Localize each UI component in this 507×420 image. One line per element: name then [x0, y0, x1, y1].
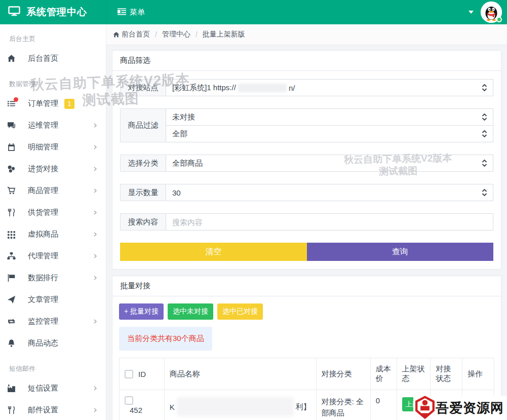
- sitemap-icon: [7, 252, 16, 260]
- sync-icon: [7, 317, 16, 326]
- sidebar-item[interactable]: 虚拟商品: [0, 223, 106, 245]
- sidebar-item-label: 代理管理: [28, 251, 58, 261]
- sidebar-item[interactable]: 订单管理1: [0, 93, 106, 114]
- breadcrumb-item[interactable]: 管理中心: [162, 30, 190, 39]
- select-all-checkbox[interactable]: [125, 370, 133, 378]
- search-label: 搜索内容: [120, 213, 166, 231]
- sidebar-item-label: 虚拟商品: [28, 230, 58, 239]
- logo-emblem-icon: [414, 396, 436, 420]
- paper-plane-icon: [7, 295, 16, 304]
- category-select[interactable]: 全部商品: [166, 155, 493, 172]
- breadcrumb-label: 前台首页: [122, 30, 150, 39]
- select-unlinked-button[interactable]: 选中未对接: [168, 303, 213, 320]
- user-avatar[interactable]: [481, 2, 502, 23]
- sidebar-item[interactable]: 商品管理: [0, 180, 106, 202]
- sidebar-item[interactable]: 文章管理: [0, 289, 106, 311]
- sidebar-item-label: 邮件设置: [28, 405, 58, 415]
- sidebar-item[interactable]: 供货管理: [0, 202, 106, 223]
- home-icon: [7, 54, 16, 63]
- sidebar-item[interactable]: 短信设置: [0, 377, 106, 399]
- sidebar-item[interactable]: 邮件设置: [0, 399, 106, 420]
- sidebar-item[interactable]: 后台首页: [0, 48, 106, 69]
- sidebar-section-label: 数据管理: [0, 69, 106, 93]
- sidebar-item-label: 商品动态: [28, 338, 58, 348]
- site-label: 对接站点: [120, 79, 166, 96]
- breadcrumb-label: 批量上架新版: [203, 30, 245, 39]
- utensils-icon: [7, 208, 16, 217]
- content: 商品筛选 对接站点 [彩虹系统]1 https://n/ 商品过滤 未对接: [106, 45, 507, 420]
- utensils-icon: [7, 406, 16, 414]
- online-status-dot: [496, 17, 502, 22]
- chevron-right-icon: [93, 145, 98, 149]
- breadcrumb-separator: /: [196, 30, 198, 39]
- batch-buttons: + 批量对接选中未对接选中已对接: [119, 303, 494, 320]
- sidebar-item[interactable]: 明细管理: [0, 136, 106, 158]
- chevron-right-icon: [93, 210, 98, 215]
- table-header-6: 操作: [462, 358, 494, 390]
- filter-select-1[interactable]: 未对接: [166, 108, 493, 126]
- chevron-right-icon: [93, 232, 98, 237]
- sidebar-item[interactable]: 代理管理: [0, 245, 106, 267]
- count-label: 显示数量: [120, 184, 166, 201]
- menu-icon: [118, 8, 126, 17]
- sidebar-nav: 后台主页后台首页数据管理订单管理1运维管理明细管理进货对接商品管理供货管理虚拟商…: [0, 24, 106, 420]
- table-header-4: 上架状态: [397, 358, 431, 390]
- sidebar-item[interactable]: 商品动态: [0, 332, 106, 354]
- select-caret-icon: [482, 84, 487, 92]
- search-input[interactable]: [166, 213, 493, 231]
- row-id: 452: [130, 406, 159, 414]
- comments-icon: [7, 121, 16, 130]
- flag-icon: [7, 274, 16, 282]
- count-select[interactable]: 30: [166, 184, 493, 201]
- category-label: 选择分类: [120, 155, 166, 172]
- home-icon: [113, 31, 120, 38]
- chevron-right-icon: [93, 319, 98, 324]
- sidebar-item-label: 供货管理: [28, 208, 58, 217]
- breadcrumb-separator: /: [155, 30, 157, 39]
- filter-select-1-value: 未对接: [172, 112, 195, 122]
- batch-link-button[interactable]: + 批量对接: [119, 303, 164, 320]
- breadcrumb-label: 管理中心: [162, 30, 190, 39]
- calendar-icon: [7, 143, 16, 151]
- sidebar-item[interactable]: 监控管理: [0, 311, 106, 332]
- row-checkbox[interactable]: [125, 396, 133, 405]
- sidebar-item-label: 商品管理: [28, 186, 58, 196]
- sidebar-item-label: 文章管理: [28, 295, 58, 304]
- query-button[interactable]: 查询: [307, 243, 494, 261]
- sidebar-item-label: 短信设置: [28, 384, 58, 393]
- logo-text: 吾爱资源网: [436, 399, 504, 417]
- industry-icon: [7, 384, 16, 393]
- breadcrumb-item[interactable]: 前台首页: [113, 30, 150, 39]
- site-logo: 吾爱资源网: [413, 396, 507, 420]
- censored-name: [177, 397, 294, 416]
- sidebar-item-label: 数据排行: [28, 273, 58, 283]
- sidebar-toggle[interactable]: 菜单: [118, 8, 145, 17]
- coins-icon: [7, 165, 16, 173]
- filter-select-2-value: 全部: [172, 129, 187, 139]
- batch-card-title: 批量对接: [112, 276, 501, 296]
- sidebar-item[interactable]: 数据排行: [0, 267, 106, 289]
- select-caret-icon: [482, 160, 487, 167]
- sidebar-item[interactable]: 进货对接: [0, 158, 106, 180]
- breadcrumb-item[interactable]: 批量上架新版: [203, 30, 245, 39]
- table-header-1: 商品名称: [164, 358, 316, 390]
- notice: 当前分类共有30个商品: [119, 327, 212, 351]
- chevron-right-icon: [93, 188, 98, 193]
- table-header-3: 成本价: [370, 358, 397, 390]
- sidebar-item[interactable]: 运维管理: [0, 114, 106, 136]
- clear-button[interactable]: 清空: [120, 243, 307, 261]
- sidebar-item-label: 进货对接: [28, 164, 58, 174]
- sidebar-item-label: 明细管理: [28, 142, 58, 152]
- sidebar-item-label: 监控管理: [28, 317, 58, 326]
- sidebar: 后台主页后台首页数据管理订单管理1运维管理明细管理进货对接商品管理供货管理虚拟商…: [0, 24, 106, 420]
- select-linked-button[interactable]: 选中已对接: [217, 303, 263, 320]
- row-cost: 0: [370, 390, 397, 420]
- sidebar-section-label: 后台主页: [0, 24, 106, 48]
- table-header-label: ID: [138, 370, 146, 378]
- site-select[interactable]: [彩虹系统]1 https://n/: [166, 79, 493, 96]
- user-dropdown-caret[interactable]: [469, 11, 474, 14]
- filter-select-2[interactable]: 全部: [166, 125, 493, 142]
- sidebar-item-label: 后台首页: [28, 54, 58, 63]
- censored-url: [238, 84, 287, 92]
- select-caret-icon: [482, 113, 487, 121]
